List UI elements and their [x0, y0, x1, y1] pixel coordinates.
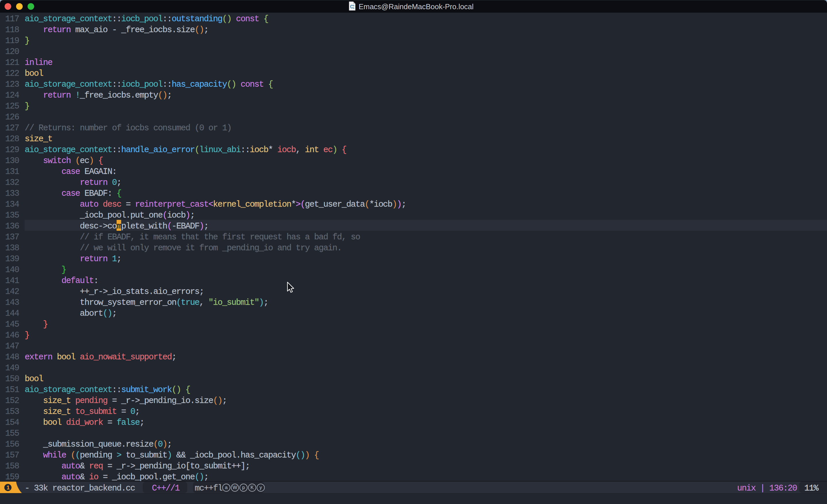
svg-text:+: + [353, 7, 355, 10]
